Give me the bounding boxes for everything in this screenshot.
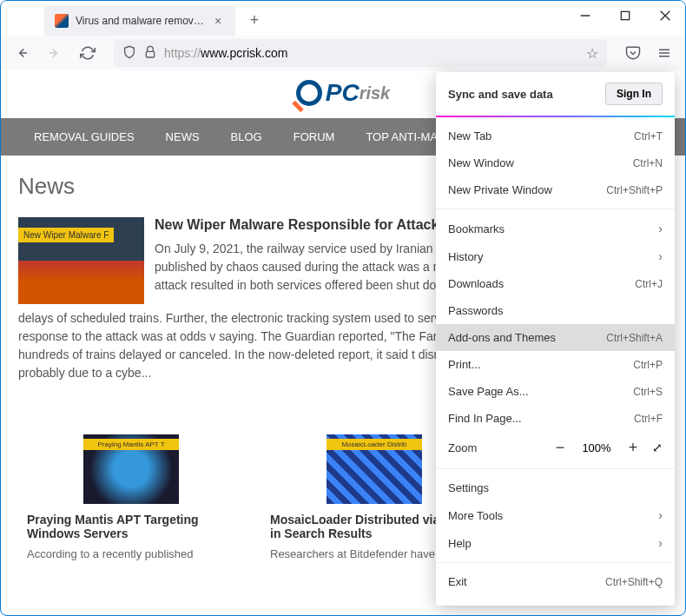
app-menu-dropdown: Sync and save data Sign In New TabCtrl+T… <box>436 72 675 606</box>
site-logo[interactable]: PCrisk <box>296 79 391 107</box>
back-arrow-icon <box>14 45 30 61</box>
menu-more-tools[interactable]: More Tools› <box>436 501 675 529</box>
forward-button[interactable] <box>41 39 69 67</box>
tab-favicon-icon <box>55 14 69 28</box>
reload-icon <box>80 45 96 61</box>
window-controls <box>565 1 685 30</box>
browser-tab[interactable]: Virus and malware removal inst × <box>44 6 235 36</box>
thumb-label: New Wiper Malware F <box>18 228 114 242</box>
magnifier-icon <box>296 80 322 106</box>
zoom-out-button[interactable]: − <box>550 437 571 458</box>
close-tab-icon[interactable]: × <box>211 14 225 28</box>
menu-find-in-page[interactable]: Find In Page...Ctrl+F <box>436 405 675 432</box>
close-window-button[interactable] <box>645 1 685 30</box>
signin-button[interactable]: Sign In <box>605 83 663 105</box>
app-menu-button[interactable] <box>650 39 678 67</box>
zoom-value: 100% <box>579 441 614 454</box>
url-text: https://www.pcrisk.com <box>164 46 579 60</box>
menu-new-tab[interactable]: New TabCtrl+T <box>436 123 675 149</box>
maximize-icon <box>618 9 632 23</box>
sub-article-excerpt: According to a recently published <box>27 547 235 560</box>
menu-history[interactable]: History› <box>436 242 675 270</box>
menu-exit[interactable]: ExitCtrl+Shift+Q <box>436 568 675 595</box>
chevron-right-icon: › <box>658 508 663 522</box>
shield-icon[interactable] <box>122 45 136 62</box>
menu-print[interactable]: Print...Ctrl+P <box>436 351 675 378</box>
nav-news[interactable]: NEWS <box>150 118 215 156</box>
sub-thumb-label: MosaicLoader Distrib <box>327 439 422 450</box>
menu-sync-header: Sync and save data Sign In <box>436 72 675 117</box>
svg-rect-1 <box>621 11 629 19</box>
minimize-icon <box>578 9 592 23</box>
menu-settings[interactable]: Settings <box>436 474 675 501</box>
sub-thumbnail[interactable]: Praying Mantis APT T <box>83 434 179 504</box>
article-thumbnail[interactable]: New Wiper Malware F <box>18 217 144 304</box>
address-bar[interactable]: https://www.pcrisk.com ☆ <box>114 39 607 67</box>
reload-button[interactable] <box>74 39 102 67</box>
sub-thumb-label: Praying Mantis APT T <box>83 439 179 450</box>
back-button[interactable] <box>8 39 36 67</box>
sub-article: Praying Mantis APT T Praying Mantis APT … <box>27 434 235 560</box>
sub-thumbnail[interactable]: MosaicLoader Distrib <box>327 434 422 504</box>
zoom-in-button[interactable]: + <box>623 437 643 458</box>
sub-article-title[interactable]: Praying Mantis APT Targeting Windows Ser… <box>27 513 235 540</box>
svg-rect-6 <box>146 51 154 57</box>
browser-toolbar: https://www.pcrisk.com ☆ <box>1 36 685 70</box>
menu-help[interactable]: Help› <box>436 529 675 557</box>
maximize-button[interactable] <box>605 1 645 30</box>
pocket-button[interactable] <box>619 39 647 67</box>
window-titlebar: Virus and malware removal inst × + <box>1 1 685 36</box>
bookmark-star-icon[interactable]: ☆ <box>586 45 598 62</box>
minimize-button[interactable] <box>565 1 605 30</box>
nav-forum[interactable]: FORUM <box>278 118 351 156</box>
menu-addons-themes[interactable]: Add-ons and ThemesCtrl+Shift+A <box>436 324 675 351</box>
menu-passwords[interactable]: Passwords <box>436 297 675 324</box>
lock-icon[interactable] <box>143 45 157 62</box>
new-tab-button[interactable]: + <box>242 8 267 32</box>
menu-new-private-window[interactable]: New Private WindowCtrl+Shift+P <box>436 176 675 203</box>
menu-downloads[interactable]: DownloadsCtrl+J <box>436 270 675 297</box>
tab-title: Virus and malware removal inst <box>76 15 204 27</box>
menu-new-window[interactable]: New WindowCtrl+N <box>436 149 675 176</box>
hamburger-icon <box>656 45 672 61</box>
forward-arrow-icon <box>47 45 63 61</box>
nav-removal-guides[interactable]: REMOVAL GUIDES <box>18 118 150 156</box>
menu-bookmarks[interactable]: Bookmarks› <box>436 215 675 242</box>
chevron-right-icon: › <box>658 536 663 550</box>
fullscreen-button[interactable]: ⤢ <box>652 440 663 454</box>
chevron-right-icon: › <box>658 249 663 263</box>
pocket-icon <box>625 45 641 61</box>
nav-blog[interactable]: BLOG <box>215 118 278 156</box>
menu-zoom: Zoom − 100% + ⤢ <box>436 432 675 463</box>
close-icon <box>658 9 672 23</box>
sync-label: Sync and save data <box>448 88 553 101</box>
menu-save-page[interactable]: Save Page As...Ctrl+S <box>436 378 675 405</box>
chevron-right-icon: › <box>658 222 663 235</box>
